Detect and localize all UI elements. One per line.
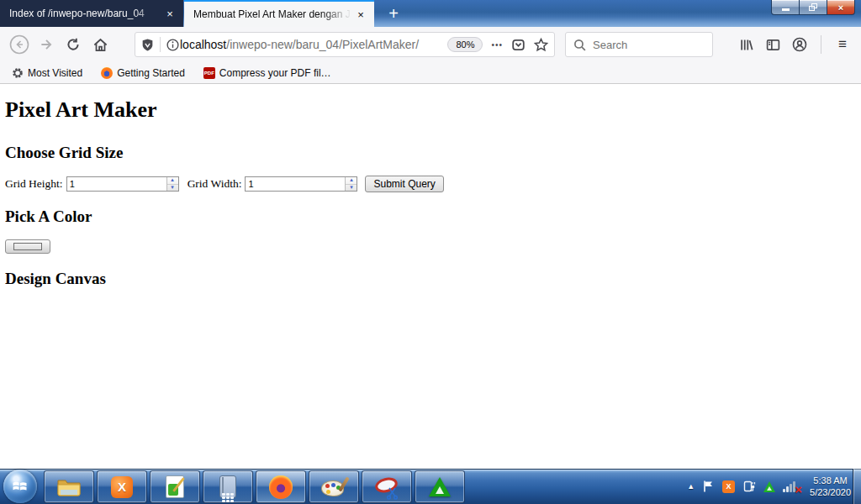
bookmark-label: Compress your PDF fil… <box>219 67 331 79</box>
reload-button[interactable] <box>61 32 86 57</box>
grid-width-field: ▴ ▾ <box>245 176 357 192</box>
windows-logo-icon <box>12 479 29 494</box>
hamburger-menu-icon: ≡ <box>838 36 847 53</box>
submit-query-button[interactable]: Submit Query <box>365 176 443 192</box>
navigation-toolbar: localhost/inwepo-new/baru_04/PixelArtMak… <box>0 27 861 62</box>
tab-close-icon[interactable]: × <box>353 7 368 22</box>
grid-width-label: Grid Width: <box>188 177 242 191</box>
url-path: /inwepo-new/baru_04/PixelArtMaker/ <box>226 38 419 51</box>
grid-size-form: Grid Height: ▴ ▾ Grid Width: ▴ ▾ Submit … <box>5 176 861 192</box>
zoom-level-badge[interactable]: 80% <box>447 37 483 52</box>
site-info-icon[interactable] <box>166 38 180 52</box>
taskbar-notepad-plus-plus-button[interactable] <box>150 470 200 503</box>
notepad-plus-plus-icon <box>166 475 184 498</box>
calculator-icon <box>219 475 236 498</box>
tray-xampp-icon[interactable]: X <box>722 480 735 493</box>
back-icon <box>8 34 30 55</box>
taskbar-paint-button[interactable] <box>309 470 359 503</box>
color-picker-button[interactable] <box>5 239 50 254</box>
divider <box>160 37 161 52</box>
bookmarks-toolbar: Most Visited Getting Started PDF Compres… <box>0 62 861 84</box>
bookmark-label: Getting Started <box>117 67 185 79</box>
desktop-screen: Index of /inwepo-new/baru_04 × Membuat P… <box>0 0 861 504</box>
sidebar-icon <box>765 37 781 53</box>
firefox-icon <box>269 475 293 499</box>
xampp-icon: X <box>111 476 133 498</box>
start-button[interactable] <box>3 470 37 503</box>
taskbar-snipping-tool-button[interactable] <box>362 470 412 503</box>
minimize-button[interactable] <box>771 0 800 15</box>
windows-taskbar: X <box>0 469 861 504</box>
tray-expand-icon[interactable]: ▲ <box>687 482 695 491</box>
toolbar-right-icons: ≡ <box>733 32 855 57</box>
url-text[interactable]: localhost/inwepo-new/baru_04/PixelArtMak… <box>180 38 442 51</box>
page-actions-icon[interactable]: ••• <box>491 40 503 50</box>
sidebars-button[interactable] <box>760 32 785 57</box>
color-swatch <box>13 243 42 250</box>
new-tab-button[interactable]: + <box>381 2 406 25</box>
search-input[interactable] <box>593 39 705 51</box>
network-error-x: × <box>795 482 802 496</box>
bookmark-compress-pdf[interactable]: PDF Compress your PDF fil… <box>203 67 331 79</box>
tab-title: Membuat Pixel Art Maker dengan J <box>184 8 353 20</box>
tab-index-of-baru04[interactable]: Index of /inwepo-new/baru_04 × <box>0 0 183 27</box>
taskbar-xampp-button[interactable]: X <box>97 470 147 503</box>
pick-color-heading: Pick A Color <box>5 208 861 225</box>
clock-time: 5:38 AM <box>813 475 847 486</box>
url-bar[interactable]: localhost/inwepo-new/baru_04/PixelArtMak… <box>135 32 555 57</box>
spin-down-icon[interactable]: ▾ <box>167 185 178 192</box>
pocket-icon[interactable] <box>510 37 526 53</box>
restore-button[interactable] <box>799 0 827 15</box>
network-disconnected-icon[interactable]: × <box>783 480 800 493</box>
bookmark-label: Most Visited <box>28 67 82 79</box>
forward-icon <box>39 37 54 52</box>
library-button[interactable] <box>733 32 758 57</box>
pdf-icon: PDF <box>203 67 215 79</box>
tracking-protection-shield-icon[interactable] <box>140 38 155 52</box>
taskbar-apps: X <box>44 470 465 503</box>
clock-date: 5/23/2020 <box>810 487 851 497</box>
action-center-flag-icon[interactable] <box>702 480 715 493</box>
back-button[interactable] <box>7 32 32 57</box>
smadav-triangle-icon <box>429 477 451 496</box>
taskbar-windows-explorer-button[interactable] <box>44 470 94 503</box>
snipping-tool-icon <box>374 476 399 498</box>
forward-button[interactable] <box>34 32 59 57</box>
firefox-icon <box>101 67 113 79</box>
explorer-folder-icon <box>56 476 82 497</box>
spin-down-icon[interactable]: ▾ <box>346 185 357 192</box>
tab-title: Index of /inwepo-new/baru_04 <box>0 8 162 19</box>
account-button[interactable] <box>787 32 812 57</box>
close-button[interactable]: × <box>827 0 855 15</box>
divider <box>821 35 821 54</box>
close-icon: × <box>838 3 843 13</box>
paint-palette-icon <box>321 477 346 497</box>
bookmark-getting-started[interactable]: Getting Started <box>101 67 185 79</box>
grid-size-heading: Choose Grid Size <box>5 144 861 161</box>
minimize-icon <box>782 8 790 11</box>
menu-button[interactable]: ≡ <box>830 32 855 57</box>
system-tray: ▲ X × 5:38 AM 5/23/2020 <box>687 469 851 504</box>
grid-width-input[interactable] <box>246 177 345 191</box>
grid-width-spinner: ▴ ▾ <box>345 177 357 191</box>
grid-height-input[interactable] <box>67 177 166 191</box>
home-icon <box>92 37 108 53</box>
page-title: Pixel Art Maker <box>5 98 861 121</box>
tab-close-icon[interactable]: × <box>162 6 177 21</box>
account-icon <box>791 36 808 53</box>
bookmark-most-visited[interactable]: Most Visited <box>12 67 82 79</box>
taskbar-calculator-button[interactable] <box>203 470 253 503</box>
tab-pixel-art-maker[interactable]: Membuat Pixel Art Maker dengan J × <box>184 0 374 27</box>
tray-clock[interactable]: 5:38 AM 5/23/2020 <box>810 475 851 498</box>
restore-icon <box>809 3 817 11</box>
search-box[interactable] <box>565 32 713 57</box>
taskbar-firefox-button[interactable] <box>256 470 306 503</box>
safely-remove-hardware-icon[interactable] <box>742 480 756 494</box>
home-button[interactable] <box>87 32 113 57</box>
tray-smadav-icon[interactable] <box>763 481 775 492</box>
window-controls: × <box>772 0 855 15</box>
bookmark-star-icon[interactable] <box>533 37 549 53</box>
grid-height-label: Grid Height: <box>5 177 63 191</box>
show-desktop-button[interactable] <box>853 469 861 504</box>
taskbar-smadav-button[interactable] <box>415 470 465 503</box>
